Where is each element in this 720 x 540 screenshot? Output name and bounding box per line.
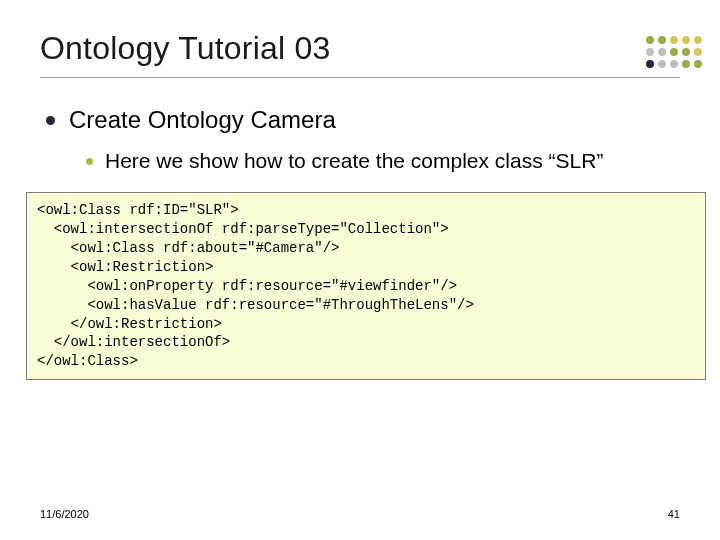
slide: Ontology Tutorial 03 Create Ontology Cam… [0,0,720,540]
footer-date: 11/6/2020 [40,508,89,520]
dot-icon [646,48,654,56]
code-line: <owl:hasValue rdf:resource="#ThroughTheL… [37,297,474,313]
dot-icon [694,60,702,68]
content-area: Create Ontology Camera Here we show how … [40,106,680,380]
code-line: <owl:intersectionOf rdf:parseType="Colle… [37,221,449,237]
bullet-icon [86,158,93,165]
dot-icon [682,48,690,56]
dot-icon [646,60,654,68]
bullet-text: Here we show how to create the complex c… [105,148,603,174]
dot-icon [670,36,678,44]
dot-icon [658,36,666,44]
code-line: </owl:Class> [37,353,138,369]
bullet-text: Create Ontology Camera [69,106,336,134]
dot-icon [694,48,702,56]
decorative-dots [646,36,702,68]
dot-icon [694,36,702,44]
slide-title: Ontology Tutorial 03 [40,30,680,67]
dot-icon [646,36,654,44]
dot-icon [670,48,678,56]
title-rule [40,77,680,78]
dot-icon [670,60,678,68]
code-line: <owl:onProperty rdf:resource="#viewfinde… [37,278,457,294]
code-block: <owl:Class rdf:ID="SLR"> <owl:intersecti… [26,192,706,380]
code-line: </owl:intersectionOf> [37,334,230,350]
dot-icon [658,48,666,56]
bullet-level-2: Here we show how to create the complex c… [86,148,680,174]
footer: 11/6/2020 41 [40,508,680,520]
dot-icon [682,60,690,68]
code-line: <owl:Class rdf:about="#Camera"/> [37,240,339,256]
dot-icon [658,60,666,68]
code-line: </owl:Restriction> [37,316,222,332]
footer-page-number: 41 [668,508,680,520]
code-line: <owl:Class rdf:ID="SLR"> [37,202,239,218]
bullet-icon [46,116,55,125]
bullet-level-1: Create Ontology Camera [46,106,680,134]
code-line: <owl:Restriction> [37,259,213,275]
dot-icon [682,36,690,44]
